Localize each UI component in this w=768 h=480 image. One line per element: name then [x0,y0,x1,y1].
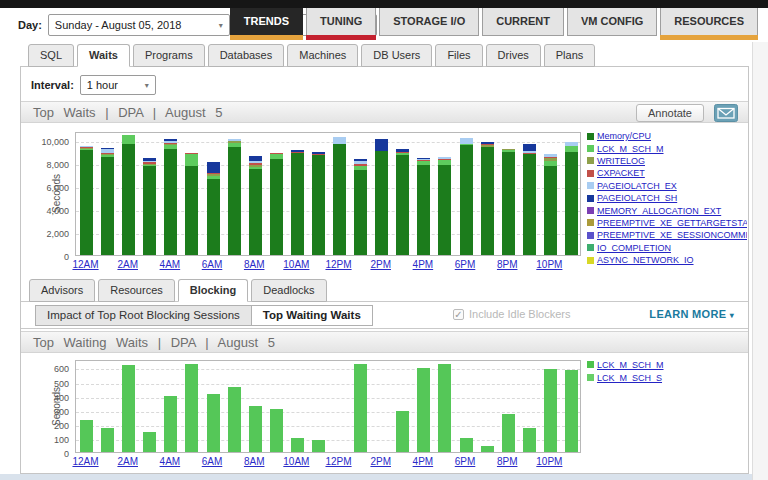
tab-resources[interactable]: Resources [98,279,175,302]
bar-9am[interactable] [270,409,283,452]
legend-item-memory-allocation-ext[interactable]: MEMORY_ALLOCATION_EXT [587,204,747,216]
legend-item-pageiolatch-ex[interactable]: PAGEIOLATCH_EX [587,180,747,192]
bar-12pm[interactable] [333,137,346,255]
bar-9pm[interactable] [523,144,536,255]
legend-item-lck-m-sch-m[interactable]: LCK_M_SCH_M [587,358,747,371]
bar-11pm[interactable] [565,142,578,255]
bar-10am[interactable] [291,438,304,452]
bar-4am[interactable] [164,396,177,452]
bar-4pm[interactable] [417,158,430,255]
nav-tab-storage-i-o[interactable]: STORAGE I/O [379,8,479,36]
x-tick-link-4am[interactable]: 4AM [150,456,190,467]
x-tick-link-6pm[interactable]: 6PM [445,259,485,270]
nav-tab-resources[interactable]: RESOURCES [660,8,758,36]
bar-6pm[interactable] [460,138,473,255]
interval-select[interactable]: 1 hour ▾ [80,75,156,95]
legend-item-async-network-io[interactable]: ASYNC_NETWORK_IO [587,254,747,266]
x-tick-link-10pm[interactable]: 10PM [529,259,569,270]
bar-8pm[interactable] [502,149,515,255]
bar-10am[interactable] [291,150,304,255]
bar-7am[interactable] [228,387,241,452]
x-tick-link-8am[interactable]: 8AM [234,456,274,467]
x-tick-link-2pm[interactable]: 2PM [361,456,401,467]
bar-6pm[interactable] [460,438,473,452]
x-tick-link-6am[interactable]: 6AM [192,456,232,467]
bar-8am[interactable] [249,406,262,452]
tab-deadlocks[interactable]: Deadlocks [251,279,326,302]
bar-5am[interactable] [185,153,198,255]
x-tick-link-4am[interactable]: 4AM [150,259,190,270]
x-tick-link-6pm[interactable]: 6PM [445,456,485,467]
legend-item-lck-m-sch-s[interactable]: LCK_M_SCH_S [587,371,747,384]
bar-8pm[interactable] [502,414,515,452]
bar-3am[interactable] [143,432,156,452]
bar-7am[interactable] [228,139,241,255]
bar-4am[interactable] [164,139,177,255]
bar-6am[interactable] [207,394,220,452]
bar-2am[interactable] [122,135,135,255]
bar-5am[interactable] [185,364,198,452]
right-scroll-gutter[interactable] [752,42,768,480]
x-tick-link-8pm[interactable]: 8PM [487,456,527,467]
bar-11am[interactable] [312,152,325,255]
legend-item-cxpacket[interactable]: CXPACKET [587,167,747,179]
x-tick-link-12pm[interactable]: 12PM [319,456,359,467]
tab-programs[interactable]: Programs [133,44,205,67]
bar-3am[interactable] [143,158,156,255]
tab-waits[interactable]: Waits [77,44,130,67]
bar-10pm[interactable] [544,154,557,255]
tab-db-users[interactable]: DB Users [361,44,432,67]
nav-tab-current[interactable]: CURRENT [482,8,564,36]
bar-7pm[interactable] [481,446,494,452]
bar-5pm[interactable] [438,364,451,452]
x-tick-link-12am[interactable]: 12AM [66,456,106,467]
bar-7pm[interactable] [481,142,494,255]
legend-item-io-completion[interactable]: IO_COMPLETION [587,242,747,254]
email-icon[interactable] [714,104,738,122]
x-tick-link-4pm[interactable]: 4PM [403,259,443,270]
bar-8am[interactable] [249,156,262,255]
tab-databases[interactable]: Databases [208,44,285,67]
tab-machines[interactable]: Machines [287,44,358,67]
legend-item-lck-m-sch-m[interactable]: LCK_M_SCH_M [587,142,747,154]
top-waiting-waits-button[interactable]: Top Waiting Waits [251,305,373,326]
bar-9am[interactable] [270,153,283,255]
x-tick-link-4pm[interactable]: 4PM [403,456,443,467]
learn-more-button[interactable]: LEARN MORE ▾ [649,308,734,320]
x-tick-link-2am[interactable]: 2AM [108,456,148,467]
x-tick-link-10am[interactable]: 10AM [276,259,316,270]
bar-2pm[interactable] [375,139,388,255]
legend-item-pageiolatch-sh[interactable]: PAGEIOLATCH_SH [587,192,747,204]
x-tick-link-10am[interactable]: 10AM [276,456,316,467]
bar-6am[interactable] [207,162,220,255]
bar-3pm[interactable] [396,149,409,255]
annotate-button[interactable]: Annotate [636,104,704,122]
nav-tab-tuning[interactable]: TUNING [306,8,376,36]
bar-1am[interactable] [101,428,114,452]
bar-2am[interactable] [122,365,135,452]
bar-1am[interactable] [101,148,114,255]
bar-12am[interactable] [80,146,93,255]
tab-files[interactable]: Files [435,44,482,67]
tab-blocking[interactable]: Blocking [178,279,248,302]
x-tick-link-12pm[interactable]: 12PM [319,259,359,270]
bar-12am[interactable] [80,420,93,452]
bar-3pm[interactable] [396,411,409,452]
x-tick-link-2am[interactable]: 2AM [108,259,148,270]
day-select[interactable]: Sunday - August 05, 2018 ▾ [48,14,230,36]
x-tick-link-2pm[interactable]: 2PM [361,259,401,270]
bar-11am[interactable] [312,440,325,452]
x-tick-link-12am[interactable]: 12AM [66,259,106,270]
nav-tab-trends[interactable]: TRENDS [230,8,303,36]
legend-item-preemptive-xe-sessioncommit[interactable]: PREEMPTIVE_XE_SESSIONCOMMIT [587,229,747,241]
bar-1pm[interactable] [354,159,367,255]
x-tick-link-6am[interactable]: 6AM [192,259,232,270]
tab-drives[interactable]: Drives [486,44,541,67]
tab-sql[interactable]: SQL [28,44,74,67]
x-tick-link-8am[interactable]: 8AM [234,259,274,270]
x-tick-link-10pm[interactable]: 10PM [529,456,569,467]
tab-advisors[interactable]: Advisors [29,279,95,302]
x-tick-link-8pm[interactable]: 8PM [487,259,527,270]
bar-11pm[interactable] [565,370,578,452]
legend-item-writelog[interactable]: WRITELOG [587,155,747,167]
